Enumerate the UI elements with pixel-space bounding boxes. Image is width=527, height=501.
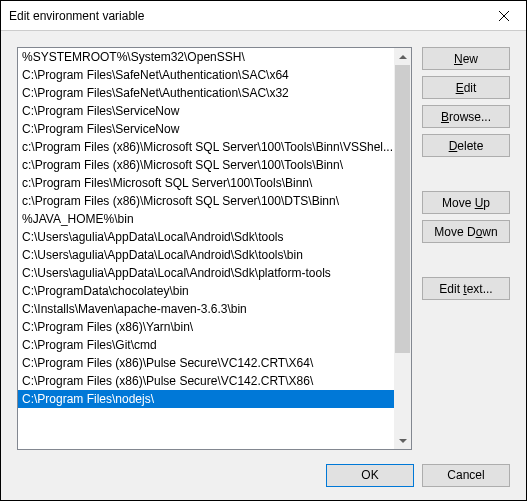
label: ew <box>463 52 478 66</box>
list-item[interactable]: C:\Program Files (x86)\Pulse Secure\VC14… <box>18 354 394 372</box>
list-item[interactable]: C:\Program Files\ServiceNow <box>18 120 394 138</box>
scroll-down-button[interactable] <box>394 432 411 449</box>
window-title: Edit environment variable <box>9 9 481 23</box>
dialog-body: %SYSTEMROOT%\System32\OpenSSH\C:\Program… <box>1 31 526 450</box>
list-item[interactable]: C:\Program Files (x86)\Yarn\bin\ <box>18 318 394 336</box>
list-item[interactable]: C:\Program Files\SafeNet\Authentication\… <box>18 66 394 84</box>
list-item[interactable]: C:\ProgramData\chocolatey\bin <box>18 282 394 300</box>
browse-button[interactable]: Browse... <box>422 105 510 128</box>
list-item[interactable]: %JAVA_HOME%\bin <box>18 210 394 228</box>
scroll-thumb[interactable] <box>395 65 410 353</box>
list-inner: %SYSTEMROOT%\System32\OpenSSH\C:\Program… <box>18 48 394 449</box>
accel: D <box>449 139 458 153</box>
dialog-window: Edit environment variable %SYSTEMROOT%\S… <box>0 0 527 501</box>
list-item[interactable]: C:\Users\agulia\AppData\Local\Android\Sd… <box>18 228 394 246</box>
list-item[interactable]: C:\Users\agulia\AppData\Local\Android\Sd… <box>18 264 394 282</box>
chevron-up-icon <box>399 55 407 59</box>
list-item[interactable]: C:\Installs\Maven\apache-maven-3.6.3\bin <box>18 300 394 318</box>
accel: E <box>456 81 464 95</box>
label: Move Up <box>442 196 490 210</box>
edit-button[interactable]: Edit <box>422 76 510 99</box>
close-icon <box>499 11 509 21</box>
titlebar: Edit environment variable <box>1 1 526 31</box>
button-column: New Edit Browse... Delete Move Up Move D… <box>422 47 510 450</box>
label: rowse... <box>449 110 491 124</box>
list-item[interactable]: C:\Users\agulia\AppData\Local\Android\Sd… <box>18 246 394 264</box>
label: Edit text... <box>439 282 492 296</box>
label: dit <box>464 81 477 95</box>
label: elete <box>457 139 483 153</box>
scroll-up-button[interactable] <box>394 48 411 65</box>
list-item[interactable]: c:\Program Files (x86)\Microsoft SQL Ser… <box>18 156 394 174</box>
dialog-footer: OK Cancel <box>1 450 526 500</box>
edit-text-button[interactable]: Edit text... <box>422 277 510 300</box>
delete-button[interactable]: Delete <box>422 134 510 157</box>
new-button[interactable]: New <box>422 47 510 70</box>
ok-button[interactable]: OK <box>326 464 414 487</box>
accel: N <box>454 52 463 66</box>
list-item[interactable]: C:\Program Files (x86)\Pulse Secure\VC14… <box>18 372 394 390</box>
list-item[interactable]: C:\Program Files\nodejs\ <box>18 390 394 408</box>
chevron-down-icon <box>399 439 407 443</box>
move-up-button[interactable]: Move Up <box>422 191 510 214</box>
list-item[interactable]: c:\Program Files (x86)\Microsoft SQL Ser… <box>18 138 394 156</box>
list-item[interactable]: C:\Program Files\ServiceNow <box>18 102 394 120</box>
list-item[interactable]: c:\Program Files\Microsoft SQL Server\10… <box>18 174 394 192</box>
label: Move Down <box>434 225 497 239</box>
scrollbar[interactable] <box>394 48 411 449</box>
cancel-button[interactable]: Cancel <box>422 464 510 487</box>
close-button[interactable] <box>481 1 526 30</box>
list-item[interactable]: C:\Program Files\SafeNet\Authentication\… <box>18 84 394 102</box>
list-item[interactable]: c:\Program Files (x86)\Microsoft SQL Ser… <box>18 192 394 210</box>
move-down-button[interactable]: Move Down <box>422 220 510 243</box>
list-item[interactable]: %SYSTEMROOT%\System32\OpenSSH\ <box>18 48 394 66</box>
accel: B <box>441 110 449 124</box>
list-item[interactable]: C:\Program Files\Git\cmd <box>18 336 394 354</box>
path-listbox[interactable]: %SYSTEMROOT%\System32\OpenSSH\C:\Program… <box>17 47 412 450</box>
